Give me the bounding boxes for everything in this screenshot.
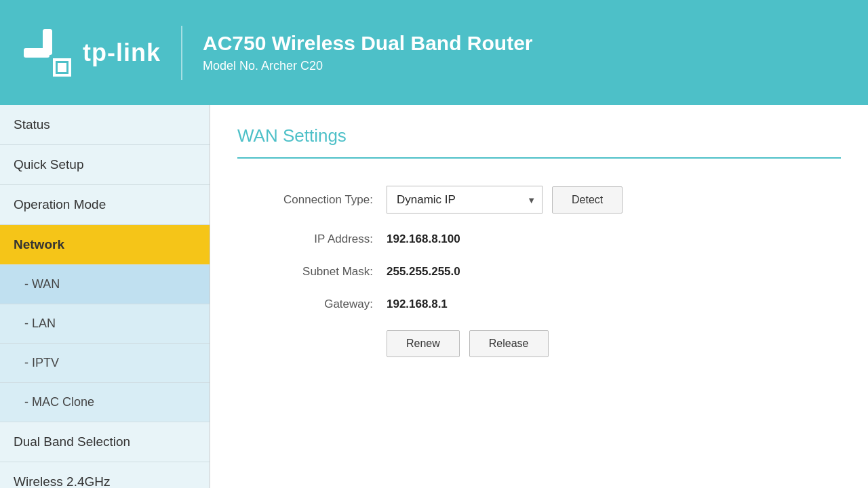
- header: tp-link AC750 Wireless Dual Band Router …: [0, 0, 868, 105]
- sidebar-item-quick-setup[interactable]: Quick Setup: [0, 145, 210, 185]
- sidebar-item-network[interactable]: Network: [0, 225, 210, 265]
- ip-address-row: IP Address: 192.168.8.100: [237, 232, 841, 246]
- release-button[interactable]: Release: [469, 330, 549, 357]
- tplink-logo-icon: [20, 26, 75, 80]
- subnet-mask-row: Subnet Mask: 255.255.255.0: [237, 265, 841, 279]
- connection-type-select-wrapper: Dynamic IP Static IP PPPoE L2TP PPTP: [387, 186, 542, 214]
- section-divider: [237, 157, 841, 159]
- renew-button[interactable]: Renew: [387, 330, 460, 357]
- brand-name: tp-link: [83, 39, 161, 67]
- subnet-mask-value: 255.255.255.0: [387, 265, 460, 279]
- detect-button[interactable]: Detect: [552, 186, 623, 214]
- header-divider: [181, 26, 182, 80]
- gateway-value: 192.168.8.1: [387, 298, 448, 311]
- svg-rect-1: [24, 48, 50, 58]
- logo-area: tp-link: [20, 26, 161, 80]
- connection-type-select[interactable]: Dynamic IP Static IP PPPoE L2TP PPTP: [387, 186, 542, 214]
- connection-type-controls: Dynamic IP Static IP PPPoE L2TP PPTP Det…: [387, 186, 623, 214]
- sidebar-item-lan[interactable]: - LAN: [0, 304, 210, 344]
- main-layout: Status Quick Setup Operation Mode Networ…: [0, 105, 868, 488]
- sidebar-item-status[interactable]: Status: [0, 105, 210, 145]
- header-title: AC750 Wireless Dual Band Router: [203, 32, 533, 55]
- subnet-mask-label: Subnet Mask:: [237, 265, 387, 279]
- sidebar: Status Quick Setup Operation Mode Networ…: [0, 105, 210, 488]
- connection-type-label: Connection Type:: [237, 193, 387, 207]
- ip-address-value: 192.168.8.100: [387, 232, 460, 246]
- action-buttons-row: Renew Release: [387, 330, 841, 357]
- sidebar-item-operation-mode[interactable]: Operation Mode: [0, 185, 210, 225]
- content-area: WAN Settings Connection Type: Dynamic IP…: [210, 105, 868, 488]
- gateway-label: Gateway:: [237, 298, 387, 311]
- connection-type-row: Connection Type: Dynamic IP Static IP PP…: [237, 186, 841, 214]
- sidebar-item-wireless-2ghz[interactable]: Wireless 2.4GHz: [0, 462, 210, 488]
- sidebar-item-mac-clone[interactable]: - MAC Clone: [0, 383, 210, 422]
- sidebar-item-iptv[interactable]: - IPTV: [0, 344, 210, 383]
- header-text: AC750 Wireless Dual Band Router Model No…: [203, 32, 533, 73]
- header-subtitle: Model No. Archer C20: [203, 59, 533, 73]
- ip-address-label: IP Address:: [237, 232, 387, 246]
- sidebar-item-dual-band[interactable]: Dual Band Selection: [0, 422, 210, 462]
- gateway-row: Gateway: 192.168.8.1: [237, 298, 841, 311]
- sidebar-item-wan[interactable]: - WAN: [0, 265, 210, 304]
- page-title: WAN Settings: [237, 125, 841, 146]
